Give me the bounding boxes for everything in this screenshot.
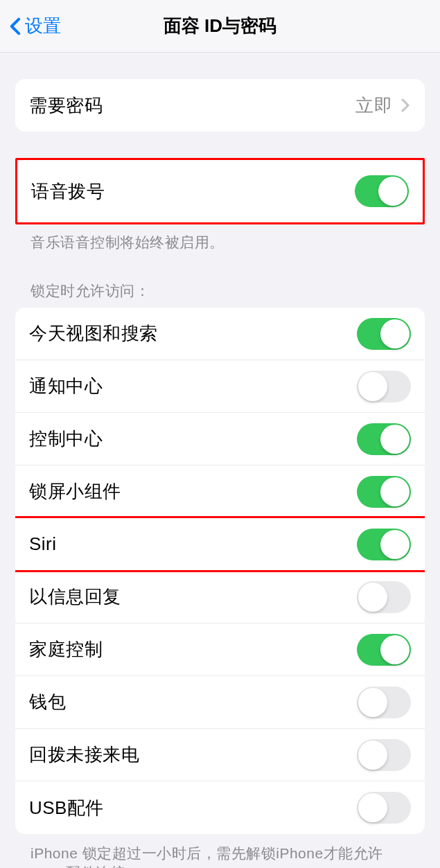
lock-access-label: USB配件 xyxy=(29,796,104,820)
nav-bar: 设置 面容 ID与密码 xyxy=(0,0,440,53)
lock-access-cell: 以信息回复 xyxy=(15,571,425,623)
toggle-knob xyxy=(358,372,387,401)
toggle-knob xyxy=(380,425,410,454)
lock-access-toggle[interactable] xyxy=(357,739,411,771)
require-passcode-label: 需要密码 xyxy=(29,94,103,118)
voice-dial-group: 语音拨号 xyxy=(17,160,423,222)
chevron-left-icon xyxy=(8,17,22,36)
lock-access-cell: 通知中心 xyxy=(15,360,425,413)
lock-access-cell: USB配件 xyxy=(15,781,425,834)
toggle-knob xyxy=(380,319,410,348)
lock-access-label: 回拨未接来电 xyxy=(29,743,139,767)
lock-access-cell: Siri xyxy=(15,518,425,571)
lock-access-label: 今天视图和搜索 xyxy=(29,321,158,346)
lock-access-cell: 家庭控制 xyxy=(15,623,425,676)
lock-access-footer: iPhone 锁定超过一小时后，需先解锁iPhone才能允许 USB 配件连接。 xyxy=(15,834,425,868)
lock-access-toggle[interactable] xyxy=(357,792,411,824)
voice-dial-cell: 语音拨号 xyxy=(17,160,423,222)
lock-access-label: 通知中心 xyxy=(29,374,103,398)
lock-access-cell: 控制中心 xyxy=(15,413,425,466)
toggle-knob xyxy=(358,793,387,822)
voice-dial-label: 语音拨号 xyxy=(31,179,105,204)
lock-access-label: 以信息回复 xyxy=(29,585,121,609)
lock-access-toggle[interactable] xyxy=(357,476,411,508)
voice-dial-toggle[interactable] xyxy=(355,175,409,207)
lock-access-label: Siri xyxy=(29,533,57,555)
lock-access-label: 家庭控制 xyxy=(29,637,103,662)
lock-access-header: 锁定时允许访问： xyxy=(15,274,425,308)
require-passcode-cell[interactable]: 需要密码 立即 xyxy=(15,79,425,132)
lock-access-toggle[interactable] xyxy=(357,529,411,560)
passcode-group: 需要密码 立即 xyxy=(15,79,425,132)
require-passcode-value-wrap: 立即 xyxy=(355,94,411,118)
lock-access-toggle[interactable] xyxy=(357,634,411,666)
lock-access-label: 锁屏小组件 xyxy=(29,479,121,504)
lock-access-cell: 钱包 xyxy=(15,676,425,729)
voice-dial-highlight: 语音拨号 xyxy=(15,158,425,224)
lock-access-toggle[interactable] xyxy=(357,687,411,718)
lock-access-cell: 回拨未接来电 xyxy=(15,729,425,781)
toggle-knob xyxy=(358,741,387,770)
toggle-knob xyxy=(380,477,410,506)
lock-access-toggle[interactable] xyxy=(357,423,411,455)
lock-access-label: 控制中心 xyxy=(29,427,103,451)
lock-access-toggle[interactable] xyxy=(357,371,411,402)
back-button[interactable]: 设置 xyxy=(8,14,61,38)
lock-access-cell: 今天视图和搜索 xyxy=(15,308,425,360)
lock-access-cell: 锁屏小组件 xyxy=(15,466,425,518)
voice-dial-footer: 音乐语音控制将始终被启用。 xyxy=(15,224,425,260)
chevron-right-icon xyxy=(401,98,411,113)
lock-access-group: 今天视图和搜索通知中心控制中心锁屏小组件Siri以信息回复家庭控制钱包回拨未接来… xyxy=(15,308,425,834)
toggle-knob xyxy=(358,583,387,612)
toggle-knob xyxy=(380,635,410,664)
toggle-knob xyxy=(358,688,387,717)
toggle-knob xyxy=(380,530,410,559)
toggle-knob xyxy=(378,177,407,206)
page-title: 面容 ID与密码 xyxy=(0,14,440,38)
lock-access-toggle[interactable] xyxy=(357,581,411,613)
lock-access-label: 钱包 xyxy=(29,690,66,714)
require-passcode-value: 立即 xyxy=(355,94,393,118)
back-label: 设置 xyxy=(25,14,61,38)
lock-access-toggle[interactable] xyxy=(357,318,411,350)
